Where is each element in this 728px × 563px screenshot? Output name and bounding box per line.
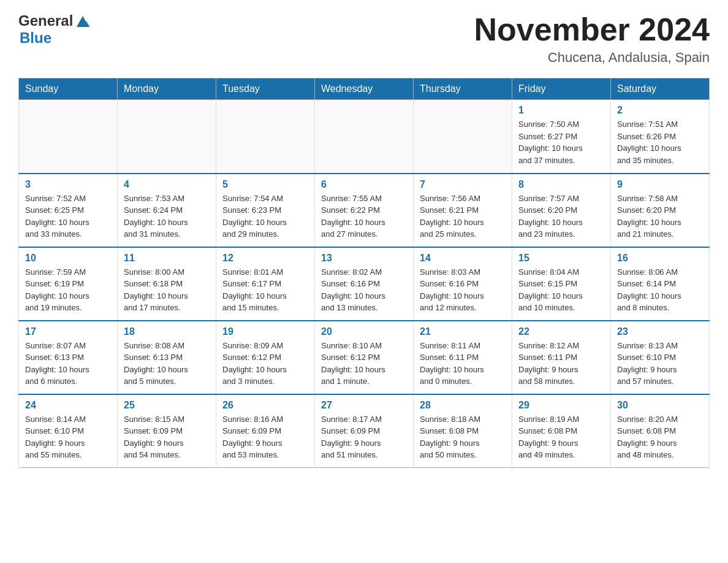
day-of-week-header: Monday — [118, 79, 216, 100]
day-number: 22 — [518, 326, 604, 337]
day-info: Sunrise: 7:53 AM Sunset: 6:24 PM Dayligh… — [124, 193, 210, 240]
day-info: Sunrise: 8:17 AM Sunset: 6:09 PM Dayligh… — [321, 413, 407, 461]
calendar-week-row: 17Sunrise: 8:07 AM Sunset: 6:13 PM Dayli… — [19, 321, 710, 394]
day-info: Sunrise: 8:09 AM Sunset: 6:12 PM Dayligh… — [222, 340, 308, 388]
day-info: Sunrise: 8:04 AM Sunset: 6:15 PM Dayligh… — [518, 266, 604, 314]
day-info: Sunrise: 8:14 AM Sunset: 6:10 PM Dayligh… — [25, 413, 111, 461]
day-info: Sunrise: 7:51 AM Sunset: 6:26 PM Dayligh… — [617, 118, 703, 166]
day-info: Sunrise: 8:16 AM Sunset: 6:09 PM Dayligh… — [222, 413, 308, 461]
day-number: 16 — [617, 253, 703, 264]
day-of-week-header: Friday — [512, 79, 611, 100]
calendar-cell: 19Sunrise: 8:09 AM Sunset: 6:12 PM Dayli… — [216, 321, 315, 394]
day-number: 4 — [124, 179, 210, 190]
calendar-cell: 20Sunrise: 8:10 AM Sunset: 6:12 PM Dayli… — [315, 321, 414, 394]
calendar-cell: 16Sunrise: 8:06 AM Sunset: 6:14 PM Dayli… — [611, 247, 710, 321]
logo: General Blue — [18, 12, 91, 47]
calendar-cell: 23Sunrise: 8:13 AM Sunset: 6:10 PM Dayli… — [611, 321, 710, 394]
day-info: Sunrise: 8:20 AM Sunset: 6:08 PM Dayligh… — [617, 413, 703, 461]
day-number: 24 — [25, 400, 111, 411]
calendar-cell: 26Sunrise: 8:16 AM Sunset: 6:09 PM Dayli… — [216, 394, 315, 468]
calendar-cell: 13Sunrise: 8:02 AM Sunset: 6:16 PM Dayli… — [315, 247, 414, 321]
calendar-cell: 29Sunrise: 8:19 AM Sunset: 6:08 PM Dayli… — [512, 394, 611, 468]
day-number: 1 — [518, 105, 604, 116]
days-of-week-row: SundayMondayTuesdayWednesdayThursdayFrid… — [19, 79, 710, 100]
day-number: 18 — [124, 326, 210, 337]
day-number: 27 — [321, 400, 407, 411]
day-number: 6 — [321, 179, 407, 190]
calendar-cell — [216, 100, 315, 174]
day-info: Sunrise: 8:08 AM Sunset: 6:13 PM Dayligh… — [124, 340, 210, 388]
day-info: Sunrise: 7:55 AM Sunset: 6:22 PM Dayligh… — [321, 193, 407, 240]
calendar-week-row: 10Sunrise: 7:59 AM Sunset: 6:19 PM Dayli… — [19, 247, 710, 321]
day-number: 15 — [518, 253, 604, 264]
day-info: Sunrise: 8:02 AM Sunset: 6:16 PM Dayligh… — [321, 266, 407, 314]
day-info: Sunrise: 8:07 AM Sunset: 6:13 PM Dayligh… — [25, 340, 111, 388]
day-number: 21 — [420, 326, 506, 337]
day-info: Sunrise: 7:50 AM Sunset: 6:27 PM Dayligh… — [518, 118, 604, 166]
calendar-cell: 15Sunrise: 8:04 AM Sunset: 6:15 PM Dayli… — [512, 247, 611, 321]
day-info: Sunrise: 8:15 AM Sunset: 6:09 PM Dayligh… — [124, 413, 210, 461]
day-info: Sunrise: 7:57 AM Sunset: 6:20 PM Dayligh… — [518, 193, 604, 240]
day-number: 23 — [617, 326, 703, 337]
title-block: November 2024 Chucena, Andalusia, Spain — [474, 12, 710, 66]
logo-general-text: General — [18, 12, 73, 29]
day-number: 8 — [518, 179, 604, 190]
calendar-cell: 25Sunrise: 8:15 AM Sunset: 6:09 PM Dayli… — [118, 394, 216, 468]
day-number: 5 — [222, 179, 308, 190]
day-of-week-header: Wednesday — [315, 79, 414, 100]
calendar-cell: 22Sunrise: 8:12 AM Sunset: 6:11 PM Dayli… — [512, 321, 611, 394]
calendar-week-row: 3Sunrise: 7:52 AM Sunset: 6:25 PM Daylig… — [19, 174, 710, 247]
calendar-table: SundayMondayTuesdayWednesdayThursdayFrid… — [18, 78, 710, 468]
day-info: Sunrise: 7:52 AM Sunset: 6:25 PM Dayligh… — [25, 193, 111, 240]
calendar-cell: 3Sunrise: 7:52 AM Sunset: 6:25 PM Daylig… — [19, 174, 118, 247]
calendar-cell: 11Sunrise: 8:00 AM Sunset: 6:18 PM Dayli… — [118, 247, 216, 321]
calendar-cell: 30Sunrise: 8:20 AM Sunset: 6:08 PM Dayli… — [611, 394, 710, 468]
day-number: 10 — [25, 253, 111, 264]
calendar-cell — [315, 100, 414, 174]
calendar-cell: 2Sunrise: 7:51 AM Sunset: 6:26 PM Daylig… — [611, 100, 710, 174]
day-number: 14 — [420, 253, 506, 264]
calendar-cell: 7Sunrise: 7:56 AM Sunset: 6:21 PM Daylig… — [414, 174, 512, 247]
month-title: November 2024 — [474, 12, 710, 47]
day-info: Sunrise: 8:06 AM Sunset: 6:14 PM Dayligh… — [617, 266, 703, 314]
day-number: 25 — [124, 400, 210, 411]
day-info: Sunrise: 8:18 AM Sunset: 6:08 PM Dayligh… — [420, 413, 506, 461]
day-number: 30 — [617, 400, 703, 411]
day-info: Sunrise: 7:54 AM Sunset: 6:23 PM Dayligh… — [222, 193, 308, 240]
day-number: 12 — [222, 253, 308, 264]
day-info: Sunrise: 7:58 AM Sunset: 6:20 PM Dayligh… — [617, 193, 703, 240]
calendar-cell: 14Sunrise: 8:03 AM Sunset: 6:16 PM Dayli… — [414, 247, 512, 321]
calendar-week-row: 24Sunrise: 8:14 AM Sunset: 6:10 PM Dayli… — [19, 394, 710, 468]
day-info: Sunrise: 7:59 AM Sunset: 6:19 PM Dayligh… — [25, 266, 111, 314]
day-number: 29 — [518, 400, 604, 411]
calendar-cell: 4Sunrise: 7:53 AM Sunset: 6:24 PM Daylig… — [118, 174, 216, 247]
day-of-week-header: Tuesday — [216, 79, 315, 100]
calendar-cell — [118, 100, 216, 174]
calendar-cell — [19, 100, 118, 174]
logo-triangle-icon — [74, 12, 91, 29]
calendar-cell: 28Sunrise: 8:18 AM Sunset: 6:08 PM Dayli… — [414, 394, 512, 468]
calendar-cell: 12Sunrise: 8:01 AM Sunset: 6:17 PM Dayli… — [216, 247, 315, 321]
calendar-cell — [414, 100, 512, 174]
calendar-cell: 17Sunrise: 8:07 AM Sunset: 6:13 PM Dayli… — [19, 321, 118, 394]
calendar-week-row: 1Sunrise: 7:50 AM Sunset: 6:27 PM Daylig… — [19, 100, 710, 174]
calendar-cell: 6Sunrise: 7:55 AM Sunset: 6:22 PM Daylig… — [315, 174, 414, 247]
day-number: 2 — [617, 105, 703, 116]
day-info: Sunrise: 8:12 AM Sunset: 6:11 PM Dayligh… — [518, 340, 604, 388]
day-number: 3 — [25, 179, 111, 190]
day-number: 20 — [321, 326, 407, 337]
calendar-cell: 8Sunrise: 7:57 AM Sunset: 6:20 PM Daylig… — [512, 174, 611, 247]
day-info: Sunrise: 8:10 AM Sunset: 6:12 PM Dayligh… — [321, 340, 407, 388]
day-number: 7 — [420, 179, 506, 190]
day-info: Sunrise: 8:03 AM Sunset: 6:16 PM Dayligh… — [420, 266, 506, 314]
calendar-body: 1Sunrise: 7:50 AM Sunset: 6:27 PM Daylig… — [19, 100, 710, 468]
day-info: Sunrise: 8:00 AM Sunset: 6:18 PM Dayligh… — [124, 266, 210, 314]
calendar-cell: 18Sunrise: 8:08 AM Sunset: 6:13 PM Dayli… — [118, 321, 216, 394]
day-info: Sunrise: 8:19 AM Sunset: 6:08 PM Dayligh… — [518, 413, 604, 461]
day-number: 11 — [124, 253, 210, 264]
day-number: 26 — [222, 400, 308, 411]
day-number: 19 — [222, 326, 308, 337]
calendar-header: SundayMondayTuesdayWednesdayThursdayFrid… — [19, 79, 710, 100]
day-of-week-header: Saturday — [611, 79, 710, 100]
calendar-cell: 21Sunrise: 8:11 AM Sunset: 6:11 PM Dayli… — [414, 321, 512, 394]
